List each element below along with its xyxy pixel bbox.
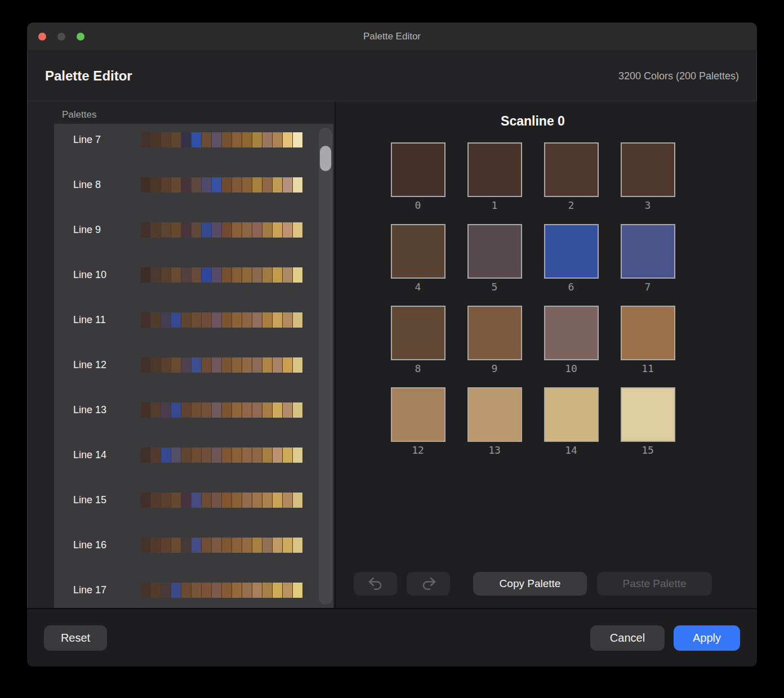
mini-swatch[interactable] [202, 493, 211, 508]
mini-swatch[interactable] [273, 312, 282, 328]
mini-swatch[interactable] [242, 222, 252, 238]
mini-swatch[interactable] [191, 267, 201, 283]
mini-swatch[interactable] [191, 357, 201, 373]
redo-button[interactable] [407, 572, 450, 596]
mini-swatch[interactable] [191, 402, 201, 418]
mini-swatch[interactable] [252, 402, 262, 418]
mini-swatch[interactable] [151, 132, 161, 147]
mini-swatch[interactable] [202, 132, 211, 147]
mini-swatch[interactable] [252, 222, 262, 238]
mini-swatch[interactable] [283, 267, 292, 283]
mini-swatch[interactable] [262, 402, 272, 418]
mini-swatch[interactable] [242, 177, 252, 193]
zoom-button[interactable] [77, 33, 84, 41]
mini-swatch[interactable] [222, 583, 231, 598]
mini-swatch[interactable] [181, 132, 191, 147]
mini-swatch[interactable] [232, 177, 242, 193]
close-button[interactable] [38, 33, 46, 41]
mini-swatch[interactable] [171, 312, 181, 328]
mini-swatch[interactable] [151, 538, 161, 553]
mini-swatch[interactable] [222, 402, 231, 418]
mini-swatch[interactable] [232, 357, 242, 373]
mini-swatch[interactable] [242, 448, 252, 463]
mini-swatch[interactable] [262, 222, 272, 238]
palette-list-item[interactable]: Line 14 [54, 432, 333, 477]
mini-swatch[interactable] [232, 493, 242, 508]
mini-swatch[interactable] [202, 448, 211, 463]
mini-swatch[interactable] [293, 267, 302, 283]
mini-swatch[interactable] [232, 132, 242, 147]
mini-swatch[interactable] [232, 402, 242, 418]
mini-swatch[interactable] [151, 267, 161, 283]
mini-swatch[interactable] [222, 132, 231, 147]
palette-swatch[interactable] [621, 387, 675, 442]
mini-swatch[interactable] [212, 132, 221, 147]
mini-swatch[interactable] [202, 538, 211, 553]
mini-swatch[interactable] [242, 402, 252, 418]
mini-swatch[interactable] [293, 312, 302, 328]
mini-swatch[interactable] [171, 222, 181, 238]
palette-list-item[interactable]: Line 7 [54, 124, 333, 162]
mini-swatch[interactable] [161, 132, 171, 147]
mini-swatch[interactable] [293, 177, 302, 193]
mini-swatch[interactable] [273, 132, 282, 147]
mini-swatch[interactable] [212, 267, 221, 283]
mini-swatch[interactable] [293, 448, 302, 463]
mini-swatch[interactable] [222, 312, 231, 328]
mini-swatch[interactable] [252, 357, 262, 373]
mini-swatch[interactable] [222, 448, 231, 463]
mini-swatch[interactable] [273, 402, 282, 418]
mini-swatch[interactable] [283, 177, 292, 193]
mini-swatch[interactable] [161, 267, 171, 283]
mini-swatch[interactable] [222, 222, 231, 238]
mini-swatch[interactable] [191, 312, 201, 328]
mini-swatch[interactable] [232, 267, 242, 283]
palette-swatch[interactable] [544, 142, 599, 197]
palette-swatch[interactable] [621, 306, 675, 360]
mini-swatch[interactable] [151, 493, 161, 508]
scrollbar-track[interactable] [319, 128, 332, 605]
palette-list-item[interactable]: Line 9 [54, 207, 333, 252]
mini-swatch[interactable] [171, 493, 181, 508]
mini-swatch[interactable] [191, 222, 201, 238]
scrollbar-thumb[interactable] [320, 146, 331, 171]
mini-swatch[interactable] [161, 402, 171, 418]
mini-swatch[interactable] [141, 222, 150, 238]
mini-swatch[interactable] [191, 177, 201, 193]
mini-swatch[interactable] [273, 448, 282, 463]
mini-swatch[interactable] [283, 357, 292, 373]
palette-swatch[interactable] [621, 224, 675, 279]
mini-swatch[interactable] [151, 357, 161, 373]
mini-swatch[interactable] [242, 357, 252, 373]
mini-swatch[interactable] [212, 448, 221, 463]
mini-swatch[interactable] [262, 493, 272, 508]
mini-swatch[interactable] [161, 538, 171, 553]
mini-swatch[interactable] [181, 448, 191, 463]
mini-swatch[interactable] [161, 177, 171, 193]
mini-swatch[interactable] [141, 177, 150, 193]
mini-swatch[interactable] [273, 267, 282, 283]
cancel-button[interactable]: Cancel [590, 625, 665, 651]
palette-swatch[interactable] [544, 387, 599, 442]
mini-swatch[interactable] [151, 583, 161, 598]
mini-swatch[interactable] [262, 132, 272, 147]
mini-swatch[interactable] [212, 177, 221, 193]
mini-swatch[interactable] [202, 583, 211, 598]
mini-swatch[interactable] [273, 583, 282, 598]
mini-swatch[interactable] [293, 132, 302, 147]
mini-swatch[interactable] [222, 538, 231, 553]
palette-swatch[interactable] [391, 387, 446, 442]
palette-list-item[interactable]: Line 15 [54, 477, 333, 522]
mini-swatch[interactable] [171, 357, 181, 373]
mini-swatch[interactable] [141, 312, 150, 328]
mini-swatch[interactable] [151, 177, 161, 193]
mini-swatch[interactable] [293, 222, 302, 238]
mini-swatch[interactable] [252, 267, 262, 283]
mini-swatch[interactable] [151, 402, 161, 418]
mini-swatch[interactable] [151, 312, 161, 328]
mini-swatch[interactable] [262, 312, 272, 328]
mini-swatch[interactable] [242, 583, 252, 598]
mini-swatch[interactable] [202, 177, 211, 193]
mini-swatch[interactable] [161, 357, 171, 373]
mini-swatch[interactable] [181, 312, 191, 328]
